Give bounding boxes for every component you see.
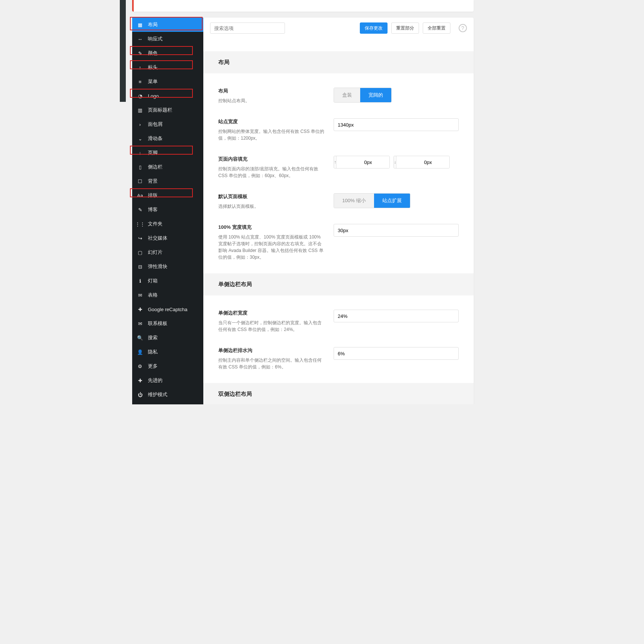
sidebar-item-label: 布局 (148, 21, 198, 28)
sidebar-item-search-icon: 🔍 (137, 335, 143, 340)
field-single-sidebar-width: 单侧边栏宽度 当只有一个侧边栏时，控制侧边栏的宽度。输入包含任何有效 CSS 单… (218, 295, 459, 333)
sidebar-item-label: 面包屑 (148, 121, 198, 128)
sidebar-item-label: 更多 (148, 363, 198, 370)
field-help: 控制站点布局。 (218, 97, 325, 104)
sidebar-item-folder[interactable]: ⋮⋮文件夹 (132, 217, 203, 231)
sidebar-item-label: 表格 (148, 292, 198, 298)
field-title: 布局 (218, 88, 325, 94)
sidebar-item-label: 博客 (148, 206, 198, 213)
sidebar-item-responsive[interactable]: ↔响应式 (132, 32, 203, 46)
sidebar-item-search[interactable]: 🔍搜索 (132, 331, 203, 345)
search-input[interactable] (210, 22, 285, 34)
field-help: 控制主内容和单个侧边栏之间的空间。输入包含任何有效 CSS 单位的值，例如：6%… (218, 357, 325, 370)
sidebar-item-page-title-bar-icon: ▥ (137, 107, 143, 113)
sidebar-item-social[interactable]: ↪社交媒体 (132, 231, 203, 245)
sidebar-item-header[interactable]: ↑标头 (132, 60, 203, 75)
sidebar-item-recaptcha-icon: ✚ (137, 307, 143, 312)
sidebar-item-colors[interactable]: ✎颜色 (132, 46, 203, 60)
sidebar-item-page-title-bar[interactable]: ▥页面标题栏 (132, 103, 203, 117)
sidebar-item-forms-icon: ✉ (137, 292, 143, 298)
sidebar-item-folder-icon: ⋮⋮ (137, 221, 143, 227)
sidebar-item-label: 菜单 (148, 78, 198, 85)
sidebar-item-background[interactable]: ☐背景 (132, 174, 203, 188)
content: 布局 布局 控制站点布局。 盒装 宽阔的 站点宽度 控制网站的整 (203, 51, 474, 404)
breadcrumb-card (132, 0, 474, 12)
field-help: 控制网站的整体宽度。输入包含任何有效 CSS 单位的值，例如：1200px。 (218, 128, 325, 142)
site-width-input[interactable] (334, 118, 459, 131)
help-icon[interactable]: ? (459, 24, 467, 32)
arrow-down-icon: ↓ (394, 156, 397, 168)
sidebar-item-privacy[interactable]: 👤隐私 (132, 345, 203, 359)
field-layout: 布局 控制站点布局。 盒装 宽阔的 (218, 73, 459, 104)
reset-section-button[interactable]: 重置部分 (391, 22, 419, 34)
sidebar-item-label: 页面标题栏 (148, 107, 198, 113)
sidebar-item-label: 标头 (148, 64, 198, 71)
sidebar-item-recaptcha[interactable]: ✚Google reCaptcha (132, 302, 203, 316)
sidebar-item-contact-icon: ✉ (137, 321, 143, 326)
sidebar-item-more-icon: ⚙ (137, 364, 143, 369)
sidebar-item-layout[interactable]: ▦布局 (132, 18, 203, 32)
field-default-template: 默认页面模板 选择默认页面模板。 100% 缩小 站点扩展 (218, 179, 459, 210)
sidebar-item-label: 幻灯片 (148, 249, 198, 256)
topbar: 保存更改 重置部分 全部重置 ? (203, 18, 474, 39)
padding-top-input[interactable] (337, 156, 390, 168)
single-sidebar-width-input[interactable] (334, 310, 459, 322)
sidebar-item-label: 滑动条 (148, 135, 198, 142)
sidebar-item-logo[interactable]: ◔Logo (132, 89, 203, 103)
sidebar-item-slider[interactable]: ⌄滑动条 (132, 131, 203, 146)
sidebar-item-slides-icon: ▢ (137, 250, 143, 255)
width-padding-input[interactable] (334, 224, 459, 237)
padding-bottom-input[interactable] (397, 156, 450, 168)
sidebar-item-performance[interactable]: ◷表现 (132, 402, 203, 404)
sidebar-item-privacy-icon: 👤 (137, 349, 143, 355)
sidebar-item-label: 社交媒体 (148, 235, 198, 242)
sidebar-item-blog[interactable]: ✎博客 (132, 203, 203, 217)
field-width-padding: 100% 宽度填充 使用 100% 站点宽度、100% 宽度页面模板或 100%… (218, 210, 459, 261)
sidebar-item-label: 灯箱 (148, 277, 198, 284)
field-help: 当只有一个侧边栏时，控制侧边栏的宽度。输入包含任何有效 CSS 单位的值，例如：… (218, 319, 325, 333)
sidebar-item-menu-icon: ≡ (137, 79, 143, 84)
field-site-width: 站点宽度 控制网站的整体宽度。输入包含任何有效 CSS 单位的值，例如：1200… (218, 104, 459, 142)
sidebar-item-menu[interactable]: ≡菜单 (132, 75, 203, 89)
sidebar-item-label: 搜索 (148, 334, 198, 341)
sidebar-item-forms[interactable]: ✉表格 (132, 288, 203, 302)
layout-toggle-boxed[interactable]: 盒装 (334, 88, 360, 102)
sidebar-item-flex-slider[interactable]: ⊟弹性滑块 (132, 259, 203, 274)
sidebar-item-colors-icon: ✎ (137, 51, 143, 56)
sidebar-item-footer[interactable]: ↓页脚 (132, 146, 203, 160)
sidebar-item-typography-icon: Aa (137, 193, 143, 198)
layout-toggle: 盒装 宽阔的 (334, 88, 392, 103)
sidebar-item-lightbox[interactable]: ℹ灯箱 (132, 274, 203, 288)
template-toggle-site[interactable]: 站点扩展 (374, 194, 410, 208)
sidebar-item-label: 隐私 (148, 349, 198, 355)
sidebar-item-typography[interactable]: Aa排版 (132, 188, 203, 203)
padding-bottom-field: ↓ (394, 156, 450, 168)
field-page-padding: 页面内容填充 控制页面内容的顶部/底部填充。输入包含任何有效 CSS 单位的值，… (218, 142, 459, 179)
section-header-single-sidebar: 单侧边栏布局 (203, 273, 474, 295)
sidebar-item-breadcrumb-icon: › (137, 122, 143, 127)
sidebar-item-label: 颜色 (148, 50, 198, 57)
sidebar-item-slides[interactable]: ▢幻灯片 (132, 245, 203, 259)
sidebar-item-more[interactable]: ⚙更多 (132, 359, 203, 373)
sidebar-item-header-icon: ↑ (137, 65, 143, 70)
sidebar-item-label: 页脚 (148, 149, 198, 156)
save-button[interactable]: 保存更改 (360, 22, 388, 34)
field-title: 站点宽度 (218, 118, 325, 125)
section-header-layout: 布局 (203, 51, 474, 73)
sidebar-item-maintenance[interactable]: ⏻维护模式 (132, 388, 203, 402)
sidebar-item-contact[interactable]: ✉联系模板 (132, 316, 203, 331)
reset-all-button[interactable]: 全部重置 (423, 22, 450, 34)
sidebar-item-label: Logo (148, 93, 198, 99)
sidebar-item-flex-slider-icon: ⊟ (137, 264, 143, 269)
single-sidebar-gutter-input[interactable] (334, 347, 459, 360)
layout-toggle-wide[interactable]: 宽阔的 (360, 88, 391, 102)
sidebar-item-label: 联系模板 (148, 320, 198, 327)
sidebar-item-advanced[interactable]: ✚先进的 (132, 373, 203, 388)
sidebar-item-breadcrumb[interactable]: ›面包屑 (132, 117, 203, 131)
sidebar-item-sidebar[interactable]: ▯侧边栏 (132, 160, 203, 174)
app-root: ▦布局↔响应式✎颜色↑标头≡菜单◔Logo▥页面标题栏›面包屑⌄滑动条↓页脚▯侧… (120, 0, 524, 404)
field-title: 单侧边栏宽度 (218, 310, 325, 316)
template-toggle-100[interactable]: 100% 缩小 (334, 194, 374, 208)
sidebar-item-label: 先进的 (148, 377, 198, 384)
field-single-sidebar-gutter: 单侧边栏排水沟 控制主内容和单个侧边栏之间的空间。输入包含任何有效 CSS 单位… (218, 333, 459, 370)
